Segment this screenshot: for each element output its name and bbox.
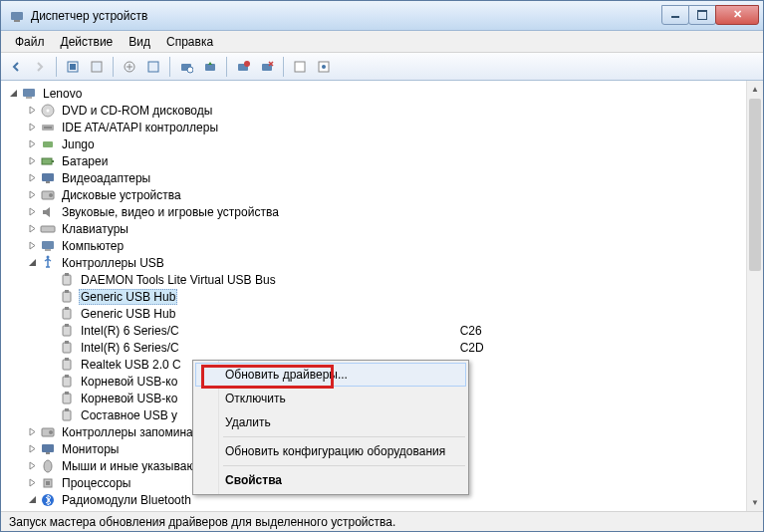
tree-device[interactable]: Intel(R) 6 Series/CC26 <box>45 322 763 339</box>
nav-back-button[interactable] <box>5 56 27 78</box>
tree-label: Generic USB Hub <box>79 307 177 321</box>
toolbar-icon[interactable] <box>313 56 335 78</box>
tree-label: Контроллеры USB <box>60 256 166 270</box>
tree-expander[interactable] <box>26 223 38 235</box>
scroll-thumb[interactable] <box>749 99 761 271</box>
svg-rect-35 <box>63 292 71 302</box>
svg-rect-13 <box>295 62 305 72</box>
svg-rect-31 <box>45 249 51 251</box>
tree-category[interactable]: Компьютер <box>26 237 763 254</box>
tree-category[interactable]: IDE ATA/ATAPI контроллеры <box>26 119 763 135</box>
svg-rect-43 <box>63 360 71 370</box>
disk-icon <box>40 187 56 203</box>
ctx-uninstall[interactable]: Удалить <box>195 410 466 434</box>
sound-icon <box>40 204 56 220</box>
update-driver-icon[interactable] <box>199 56 221 78</box>
tree-category[interactable]: DVD и CD-ROM дисководы <box>26 102 763 119</box>
computer-icon <box>40 238 56 254</box>
tree-category[interactable]: Батареи <box>26 152 763 169</box>
tree-device[interactable]: DAEMON Tools Lite Virtual USB Bus <box>45 271 763 288</box>
svg-rect-26 <box>46 181 50 183</box>
minimize-button[interactable] <box>661 5 689 25</box>
usbdev-icon <box>59 323 75 339</box>
ctx-properties[interactable]: Свойства <box>195 468 466 492</box>
tree-label: Intel(R) 6 Series/C <box>79 324 181 338</box>
ctx-scan-hardware[interactable]: Обновить конфигурацию оборудования <box>195 439 466 463</box>
tree-device[interactable]: Generic USB Hub <box>45 288 763 305</box>
usbdev-icon <box>59 272 75 288</box>
tree-expander[interactable] <box>26 155 38 167</box>
svg-rect-34 <box>65 273 69 276</box>
menu-help[interactable]: Справка <box>158 33 221 51</box>
tree-expander[interactable] <box>26 460 38 472</box>
battery-icon <box>40 153 56 169</box>
tree-expander[interactable] <box>26 172 38 184</box>
tree-expander[interactable] <box>26 206 38 218</box>
computer-icon <box>21 86 37 102</box>
disable-icon[interactable] <box>256 56 278 78</box>
svg-rect-48 <box>65 392 69 395</box>
tree-category[interactable]: Звуковые, видео и игровые устройства <box>26 203 763 220</box>
tree-label: Составное USB у <box>79 408 179 422</box>
usbdev-icon <box>59 374 75 390</box>
close-button[interactable] <box>715 5 759 25</box>
vertical-scrollbar[interactable]: ▲ ▼ <box>746 81 763 511</box>
svg-rect-29 <box>41 226 55 232</box>
menu-action[interactable]: Действие <box>53 33 122 51</box>
tree-expander[interactable] <box>26 426 38 438</box>
svg-point-55 <box>44 460 52 472</box>
tree-root[interactable]: Lenovo <box>7 85 763 102</box>
window-title: Диспетчер устройств <box>31 9 662 23</box>
tree-expander[interactable] <box>26 443 38 455</box>
svg-rect-9 <box>205 64 215 71</box>
tree-expander[interactable] <box>26 257 38 269</box>
tree-expander[interactable] <box>26 494 38 506</box>
scroll-up-icon[interactable]: ▲ <box>747 81 763 98</box>
nav-forward-button[interactable] <box>29 56 51 78</box>
tree-expander[interactable] <box>26 189 38 201</box>
ctx-disable[interactable]: Отключить <box>195 387 466 410</box>
tree-label: Звуковые, видео и игровые устройства <box>60 205 281 219</box>
toolbar-icon[interactable] <box>142 56 164 78</box>
tree-category[interactable]: Jungo <box>26 135 763 152</box>
tree-expander[interactable] <box>26 477 38 489</box>
tree-category[interactable]: Видеоадаптеры <box>26 169 763 186</box>
usbdev-icon <box>59 289 75 305</box>
tree-expander[interactable] <box>26 240 38 252</box>
toolbar-icon[interactable] <box>86 56 108 78</box>
ctx-update-drivers[interactable]: Обновить драйверы... <box>195 363 466 387</box>
tree-category[interactable]: Клавиатуры <box>26 220 763 237</box>
tree-device[interactable]: Broadcom Bluetooth 2.1 USB <box>45 508 763 511</box>
tree-label: Generic USB Hub <box>79 289 177 305</box>
svg-point-32 <box>47 255 50 258</box>
tree-category[interactable]: Контроллеры USB <box>26 254 763 271</box>
svg-rect-40 <box>65 324 69 327</box>
toolbar-icon[interactable] <box>62 56 84 78</box>
toolbar-icon[interactable] <box>119 56 140 78</box>
menu-view[interactable]: Вид <box>121 33 158 51</box>
tree-expander[interactable] <box>7 88 19 100</box>
menubar: Файл Действие Вид Справка <box>1 31 763 53</box>
menu-file[interactable]: Файл <box>7 33 53 51</box>
status-text: Запуск мастера обновления драйверов для … <box>9 515 395 529</box>
tree-device[interactable]: Generic USB Hub <box>45 305 763 322</box>
tree-expander[interactable] <box>26 122 38 133</box>
tree-expander[interactable] <box>26 138 38 150</box>
toolbar-icon[interactable] <box>289 56 311 78</box>
usbdev-icon <box>59 306 75 322</box>
svg-rect-33 <box>63 275 71 285</box>
svg-rect-22 <box>43 141 53 147</box>
scan-hardware-icon[interactable] <box>175 56 197 78</box>
scroll-down-icon[interactable]: ▼ <box>747 494 763 511</box>
tree-device[interactable]: Intel(R) 6 Series/CC2D <box>45 339 763 356</box>
svg-rect-25 <box>42 173 54 181</box>
svg-rect-6 <box>148 62 158 72</box>
svg-rect-41 <box>63 343 71 353</box>
usb-icon <box>40 255 56 271</box>
svg-rect-23 <box>42 158 52 164</box>
tree-label: Компьютер <box>60 239 126 253</box>
tree-category[interactable]: Дисковые устройства <box>26 186 763 203</box>
maximize-button[interactable] <box>688 5 716 25</box>
tree-expander[interactable] <box>26 105 38 117</box>
uninstall-icon[interactable] <box>232 56 254 78</box>
